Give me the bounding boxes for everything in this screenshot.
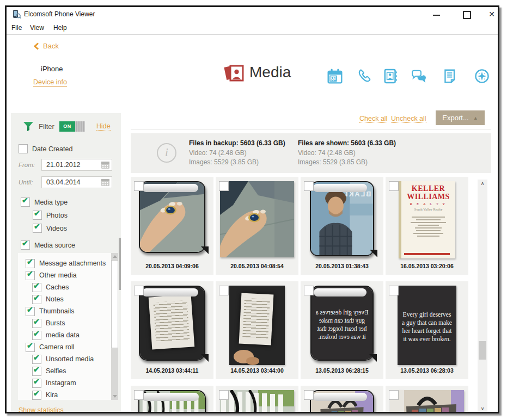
media-item-date: 20.05.2013 01:38:43 <box>301 263 383 269</box>
media-item[interactable] <box>216 386 298 413</box>
calendar-picker-icon[interactable] <box>101 178 110 187</box>
contacts-icon[interactable] <box>382 68 399 84</box>
media-item-checkbox[interactable] <box>134 286 144 295</box>
media-source-list: ✔Message attachments ✔Other media ✔Cache… <box>18 253 118 400</box>
media-item[interactable]: 20.05.2013 04:08:54 <box>216 177 298 275</box>
sidebar-scrollbar-thumb[interactable] <box>119 238 121 290</box>
scroll-up-icon[interactable] <box>113 255 117 258</box>
date-from-input[interactable]: 21.01.2012 <box>41 159 112 171</box>
media-item[interactable]: Every girl deserves a guy that can make … <box>386 281 468 379</box>
media-item-checkbox[interactable] <box>304 286 314 295</box>
videos-checkbox[interactable]: ✔ <box>33 224 42 233</box>
source-item: ✔Selfies <box>32 365 118 377</box>
media-thumbnail <box>229 286 285 365</box>
date-until-input[interactable]: 03.04.2014 <box>41 176 112 188</box>
source-checkbox[interactable]: ✔ <box>32 391 41 400</box>
chevron-up-icon: ▲ <box>473 115 478 121</box>
media-icon <box>222 61 245 84</box>
source-list-scrollbar[interactable] <box>111 253 118 400</box>
media-item-checkbox[interactable] <box>389 390 399 400</box>
scroll-down-icon[interactable] <box>113 395 117 398</box>
page-title: Media <box>249 64 291 81</box>
media-item-checkbox[interactable] <box>304 181 314 191</box>
source-checkbox[interactable]: ✔ <box>26 259 35 268</box>
media-thumbnail <box>138 390 206 413</box>
media-item[interactable]: 14.05.2013 03:44:11 <box>131 281 213 379</box>
media-item-checkbox[interactable] <box>134 181 144 191</box>
maximize-button[interactable] <box>460 9 474 19</box>
messages-icon[interactable] <box>410 68 426 84</box>
source-item: ✔Camera roll <box>26 341 118 353</box>
media-item-checkbox[interactable] <box>219 390 229 400</box>
source-checkbox[interactable]: ✔ <box>32 295 41 304</box>
close-button[interactable]: ✕ <box>485 9 499 19</box>
media-item[interactable] <box>386 386 468 413</box>
media-item[interactable]: 20.05.2013 04:09:06 <box>131 177 213 275</box>
videos-label: Videos <box>46 225 67 232</box>
device-info-link[interactable]: Device info <box>33 78 67 87</box>
compass-icon[interactable] <box>474 68 490 84</box>
back-button[interactable]: Back <box>34 42 59 50</box>
media-item-date: 14.05.2013 03:44:11 <box>131 367 213 374</box>
source-checkbox[interactable]: ✔ <box>26 307 35 316</box>
media-item[interactable] <box>301 386 383 413</box>
scroll-up-icon[interactable]: ∧ <box>478 181 487 186</box>
notes-icon[interactable] <box>442 68 458 84</box>
photos-checkbox[interactable]: ✔ <box>33 211 42 220</box>
filter-media-source: ✔ Media source <box>21 240 121 250</box>
main-scrollbar[interactable]: ∧ ∨ <box>478 180 487 412</box>
filter-photos: ✔ Photos <box>33 211 121 220</box>
hide-filter-link[interactable]: Hide <box>96 122 111 131</box>
export-button[interactable]: Export... ▲ <box>436 110 485 125</box>
source-checkbox[interactable]: ✔ <box>32 319 41 328</box>
check-all-link[interactable]: Check all <box>359 115 387 123</box>
media-thumbnail <box>139 181 205 253</box>
filter-funnel-icon <box>23 121 34 132</box>
app-window: Elcomsoft Phone Viewer ✕ File View Help … <box>5 5 499 413</box>
date-created-checkbox[interactable] <box>19 144 28 153</box>
filter-toggle[interactable]: ON <box>59 121 85 132</box>
scrollbar-thumb[interactable] <box>479 341 486 360</box>
show-statistics-link[interactable]: Show statistics <box>19 406 64 413</box>
menu-view[interactable]: View <box>30 24 44 32</box>
media-item-checkbox[interactable] <box>389 181 399 191</box>
calendar-picker-icon[interactable] <box>101 160 110 169</box>
shown-stats: Files are shown: 5603 (6.33 GB) Video: 7… <box>298 139 396 168</box>
media-item-checkbox[interactable] <box>389 286 399 295</box>
media-thumbnail: BLAKE <box>310 181 374 256</box>
media-source-checkbox[interactable]: ✔ <box>21 240 30 250</box>
media-item-checkbox[interactable] <box>304 390 314 400</box>
menu-help[interactable]: Help <box>53 24 67 32</box>
menu-file[interactable]: File <box>11 24 22 32</box>
source-checkbox[interactable]: ✔ <box>32 355 41 364</box>
media-item-checkbox[interactable] <box>219 181 229 191</box>
uncheck-all-link[interactable]: Uncheck all <box>391 115 426 123</box>
source-checkbox[interactable]: ✔ <box>32 379 41 388</box>
media-item[interactable]: BLAKE 20.05.2013 01:38:43 <box>301 177 383 275</box>
media-item-checkbox[interactable] <box>134 390 144 400</box>
phone-icon[interactable] <box>356 68 372 84</box>
filter-panel: Filter ON Hide Date Created From: 21.01.… <box>11 113 121 413</box>
calendar-icon[interactable]: 31 <box>327 68 343 84</box>
source-item: ✔Notes <box>32 293 118 305</box>
source-checkbox[interactable]: ✔ <box>32 283 41 292</box>
media-item[interactable] <box>131 386 213 413</box>
minimize-button[interactable] <box>429 9 443 19</box>
media-thumbnail <box>139 286 205 361</box>
media-item[interactable]: KELLER WILLIAMS R E A L T Y South Valley… <box>386 177 468 275</box>
scrollbar-thumb[interactable] <box>111 260 118 348</box>
media-type-checkbox[interactable]: ✔ <box>21 197 30 207</box>
source-checkbox[interactable]: ✔ <box>32 331 41 340</box>
media-item[interactable]: Every girl deserves a guy that can make … <box>301 281 383 379</box>
from-label: From: <box>19 162 41 168</box>
media-item[interactable]: 14.05.2013 03:44:00 <box>216 281 298 379</box>
scroll-down-icon[interactable]: ∨ <box>478 406 487 411</box>
source-checkbox[interactable]: ✔ <box>26 343 35 352</box>
toolbar-separator <box>131 129 491 130</box>
source-checkbox[interactable]: ✔ <box>32 367 41 376</box>
calendar-day-text: 31 <box>331 76 337 82</box>
source-checkbox[interactable]: ✔ <box>26 271 35 280</box>
media-thumbnail <box>220 181 294 257</box>
media-thumbnail: KELLER WILLIAMS R E A L T Y South Valley… <box>399 181 455 258</box>
media-item-checkbox[interactable] <box>219 286 229 295</box>
